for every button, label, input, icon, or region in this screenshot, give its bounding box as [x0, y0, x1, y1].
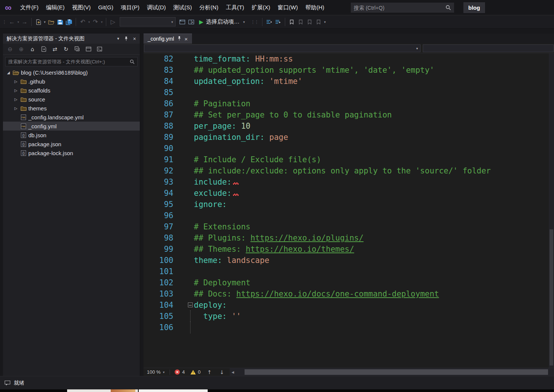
collapse-all-icon[interactable]	[72, 45, 82, 54]
explorer-search-box[interactable]	[5, 57, 138, 66]
preview-changes-icon[interactable]	[187, 17, 196, 27]
code-line[interactable]: 101	[144, 266, 549, 277]
pin-icon[interactable]	[124, 36, 128, 41]
type-dropdown[interactable]: ▾	[144, 44, 421, 52]
switch-views-icon[interactable]	[39, 45, 48, 54]
bookmark-next-icon[interactable]	[305, 17, 314, 27]
code-line[interactable]: 85	[144, 87, 549, 98]
code-line[interactable]: 91# Include / Exclude file(s)	[144, 154, 549, 165]
menu-item[interactable]: 工具(T)	[222, 0, 248, 15]
code-line[interactable]: 88per_page: 10	[144, 120, 549, 132]
tree-item[interactable]: ▷scaffolds	[3, 86, 140, 95]
tree-item[interactable]: YML_config.landscape.yml	[3, 113, 140, 122]
code-line[interactable]: 105 type: ''	[144, 311, 549, 322]
url-link[interactable]: https://hexo.io/docs/one-command-deploym…	[236, 289, 439, 298]
menu-item[interactable]: 帮助(H)	[302, 0, 328, 15]
zoom-control[interactable]: 100 % ▾	[144, 369, 168, 375]
code-line[interactable]: 86# Pagination	[144, 98, 549, 109]
refresh-icon[interactable]: ↻	[61, 45, 71, 54]
tab-pin-icon[interactable]	[177, 36, 181, 42]
close-panel-icon[interactable]: ×	[133, 36, 136, 42]
bookmark-toggle-icon[interactable]	[287, 17, 296, 27]
properties-icon[interactable]	[95, 45, 104, 54]
scroll-left-icon[interactable]: ◀	[230, 370, 236, 374]
url-link[interactable]: https://hexo.io/plugins/	[251, 233, 363, 242]
open-folder-icon[interactable]	[47, 17, 56, 27]
expand-arrow-icon[interactable]: ▷	[13, 97, 19, 101]
bookmark-clear-icon[interactable]	[314, 17, 323, 27]
code-editor[interactable]: 82time_format: HH:mm:ss83## updated_opti…	[144, 53, 549, 368]
solution-explorer-header[interactable]: 解决方案资源管理器 - 文件夹视图 ▾ ×	[3, 34, 140, 44]
explorer-forward-icon[interactable]: ⊕	[16, 45, 26, 54]
collapse-arrow-icon[interactable]: ◢	[5, 70, 12, 75]
solution-view-icon[interactable]	[178, 17, 187, 27]
global-search-input[interactable]	[354, 5, 443, 11]
code-line[interactable]: 98## Plugins: https://hexo.io/plugins/	[144, 232, 549, 244]
redo-icon[interactable]: ↷	[91, 17, 100, 27]
url-link[interactable]: https://hexo.io/themes/	[246, 245, 354, 254]
navigate-forward-icon[interactable]: →	[20, 17, 29, 27]
solution-name-badge[interactable]: blog	[463, 2, 485, 13]
code-line[interactable]: 87## Set per_page to 0 to disable pagina…	[144, 109, 549, 120]
menu-item[interactable]: 测试(S)	[170, 0, 196, 15]
code-line[interactable]: 82time_format: HH:mm:ss	[144, 53, 549, 65]
new-item-icon[interactable]	[34, 17, 43, 27]
explorer-back-icon[interactable]: ⊖	[5, 45, 15, 54]
code-line[interactable]: 89pagination_dir: page	[144, 132, 549, 143]
member-dropdown[interactable]	[423, 44, 554, 52]
start-debug-dropdown-icon[interactable]: ▾	[242, 20, 246, 24]
vertical-scrollbar[interactable]	[549, 53, 554, 368]
code-line[interactable]: 84updated_option: 'mtime'	[144, 76, 549, 87]
error-badge[interactable]: 4	[172, 369, 187, 375]
configuration-combo-dropdown-icon[interactable]: ▾	[169, 20, 175, 24]
global-search-box[interactable]	[351, 3, 454, 13]
zoom-dropdown-icon[interactable]: ▾	[163, 370, 165, 374]
menu-item[interactable]: 视图(V)	[68, 0, 94, 15]
next-issue-icon[interactable]: ↓	[216, 369, 229, 375]
menu-item[interactable]: 窗口(W)	[274, 0, 302, 15]
undo-icon[interactable]: ↶	[78, 17, 87, 27]
menu-item[interactable]: 编辑(E)	[42, 0, 68, 15]
code-line[interactable]: 92## include:/exclude: options only appl…	[144, 165, 549, 176]
toolbar-grip[interactable]: ⋮	[1, 19, 7, 25]
feedback-icon[interactable]	[4, 380, 10, 386]
code-line[interactable]: 104–deploy:	[144, 300, 549, 311]
panel-dropdown-icon[interactable]: ▾	[117, 36, 119, 41]
new-item-dropdown-icon[interactable]: ▾	[43, 20, 47, 24]
fold-minus-icon[interactable]: –	[188, 302, 193, 307]
tree-item[interactable]: {}db.json	[3, 131, 140, 139]
save-all-icon[interactable]	[64, 17, 73, 27]
configuration-combo[interactable]: ▾	[120, 17, 176, 26]
tab-close-icon[interactable]: ×	[185, 36, 188, 42]
tree-item[interactable]: ▷source	[3, 95, 140, 104]
tree-item[interactable]: {}package.json	[3, 139, 140, 148]
code-line[interactable]: 99## Themes: https://hexo.io/themes/	[144, 244, 549, 255]
task-list-icon[interactable]	[274, 17, 283, 27]
run-outline-icon[interactable]: ▷	[108, 17, 117, 27]
home-icon[interactable]: ⌂	[28, 45, 37, 54]
warning-badge[interactable]: 0	[188, 369, 203, 375]
explorer-search-input[interactable]	[8, 59, 128, 65]
code-line[interactable]: 100theme: landscape	[144, 255, 549, 266]
code-line[interactable]: 102# Deployment	[144, 277, 549, 288]
previous-issue-icon[interactable]: ↑	[203, 369, 216, 375]
code-line[interactable]: 93include:	[144, 176, 549, 188]
navigate-back-dropdown-icon[interactable]: ▾	[16, 20, 20, 24]
sync-with-active-icon[interactable]: ⇄	[50, 45, 60, 54]
toolbar-options-icon[interactable]: ▾	[323, 20, 327, 24]
vertical-scrollbar-thumb[interactable]	[550, 229, 553, 366]
tree-item[interactable]: YML_config.yml	[3, 122, 140, 131]
horizontal-scrollbar-thumb[interactable]	[245, 369, 548, 375]
undo-dropdown-icon[interactable]: ▾	[87, 20, 91, 24]
expand-arrow-icon[interactable]: ▷	[13, 106, 19, 110]
bookmark-prev-icon[interactable]	[296, 17, 305, 27]
code-line[interactable]: 90	[144, 143, 549, 154]
horizontal-scrollbar[interactable]: ◀	[230, 368, 554, 376]
tree-item[interactable]: ▷.github	[3, 77, 140, 86]
output-list-icon[interactable]	[265, 17, 274, 27]
menu-item[interactable]: 分析(N)	[196, 0, 222, 15]
show-all-files-icon[interactable]	[84, 45, 93, 54]
tree-item[interactable]: ◢blog (C:\Users\86189\blog)	[3, 68, 140, 77]
menu-item[interactable]: 文件(F)	[16, 0, 42, 15]
code-line[interactable]: 106	[144, 322, 549, 333]
